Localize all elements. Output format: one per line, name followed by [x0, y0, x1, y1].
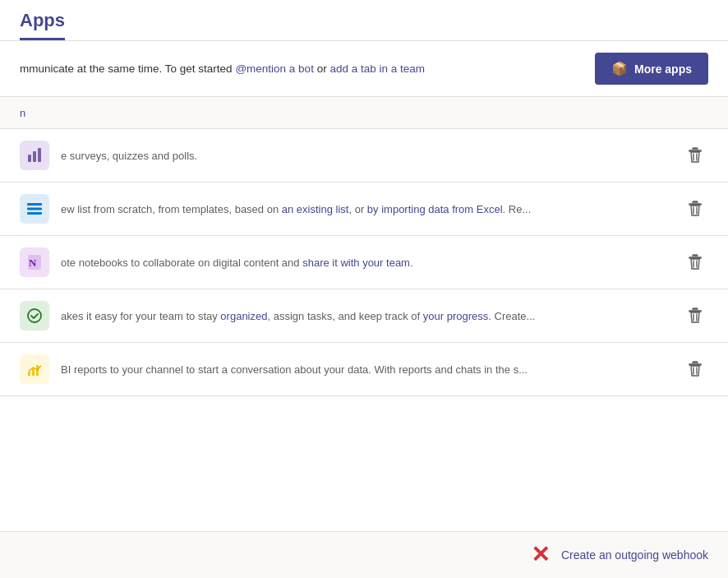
svg-point-8: [28, 309, 41, 322]
svg-rect-0: [28, 155, 31, 162]
svg-rect-5: [27, 212, 42, 215]
app-icon-planner: [20, 301, 49, 331]
create-webhook-link[interactable]: Create an outgoing webhook: [561, 548, 708, 562]
app-info-onenote: N ote notebooks to collaborate on digita…: [20, 247, 682, 277]
close-x-icon: ✕: [531, 543, 550, 566]
importing-link[interactable]: by importing data from Excel: [367, 203, 503, 215]
banner-text: mmunicate at the same time. To get start…: [20, 62, 595, 75]
app-list: e surveys, quizzes and polls. ew list fr…: [0, 129, 728, 531]
table-row: N ote notebooks to collaborate on digita…: [0, 236, 728, 289]
mention-link[interactable]: @mention a bot: [235, 62, 314, 75]
app-text-polls: e surveys, quizzes and polls.: [61, 150, 682, 162]
app-text-onenote: ote notebooks to collaborate on digital …: [61, 257, 682, 269]
existing-list-link[interactable]: an existing list: [282, 203, 349, 215]
svg-rect-4: [27, 208, 42, 210]
more-apps-icon: 📦: [611, 61, 628, 76]
page-container: Apps mmunicate at the same time. To get …: [0, 0, 728, 578]
app-text-lists: ew list from scratch, from templates, ba…: [61, 203, 682, 215]
delete-button-onenote[interactable]: [682, 249, 708, 275]
app-icon-onenote: N: [20, 247, 49, 277]
app-info-planner: akes it easy for your team to stay organ…: [20, 301, 682, 331]
svg-rect-10: [32, 368, 35, 376]
delete-button-powerbi[interactable]: [682, 356, 708, 382]
table-row: ew list from scratch, from templates, ba…: [0, 183, 728, 236]
more-apps-label: More apps: [634, 62, 692, 76]
add-tab-link[interactable]: add a tab in a team: [329, 62, 425, 75]
app-desc-powerbi: BI reports to your channel to start a co…: [61, 363, 677, 376]
app-info-powerbi: BI reports to your channel to start a co…: [20, 354, 682, 384]
section-label: n: [20, 107, 25, 119]
delete-button-polls[interactable]: [682, 142, 708, 169]
svg-rect-2: [38, 148, 41, 162]
progress-link[interactable]: your progress: [423, 310, 488, 322]
app-desc-onenote: ote notebooks to collaborate on digital …: [61, 257, 677, 269]
delete-button-lists[interactable]: [682, 196, 708, 222]
app-desc-planner: akes it easy for your team to stay organ…: [61, 310, 677, 322]
bottom-bar: ✕ Create an outgoing webhook: [0, 531, 728, 578]
table-row: e surveys, quizzes and polls.: [0, 129, 728, 183]
apps-tab[interactable]: Apps: [20, 10, 65, 40]
svg-rect-9: [28, 372, 30, 376]
app-desc-polls: e surveys, quizzes and polls.: [61, 150, 677, 162]
table-row: akes it easy for your team to stay organ…: [0, 289, 728, 343]
header: Apps: [0, 0, 728, 41]
organized-link[interactable]: organized: [220, 310, 267, 322]
app-icon-lists: [20, 194, 49, 224]
app-text-powerbi: BI reports to your channel to start a co…: [61, 363, 682, 376]
svg-rect-1: [33, 151, 36, 162]
app-icon-polls: [20, 141, 49, 170]
more-apps-button[interactable]: 📦 More apps: [595, 53, 708, 85]
banner-row: mmunicate at the same time. To get start…: [0, 41, 728, 97]
app-info-polls: e surveys, quizzes and polls.: [20, 141, 682, 170]
app-text-planner: akes it easy for your team to stay organ…: [61, 310, 682, 322]
app-info-lists: ew list from scratch, from templates, ba…: [20, 194, 682, 224]
svg-text:N: N: [29, 257, 37, 269]
share-link[interactable]: share it with your team: [302, 257, 410, 269]
table-row: BI reports to your channel to start a co…: [0, 343, 728, 396]
delete-button-planner[interactable]: [682, 303, 708, 329]
app-icon-powerbi: [20, 354, 49, 384]
svg-rect-3: [27, 203, 42, 206]
app-desc-lists: ew list from scratch, from templates, ba…: [61, 203, 677, 215]
section-header: n: [0, 97, 728, 129]
